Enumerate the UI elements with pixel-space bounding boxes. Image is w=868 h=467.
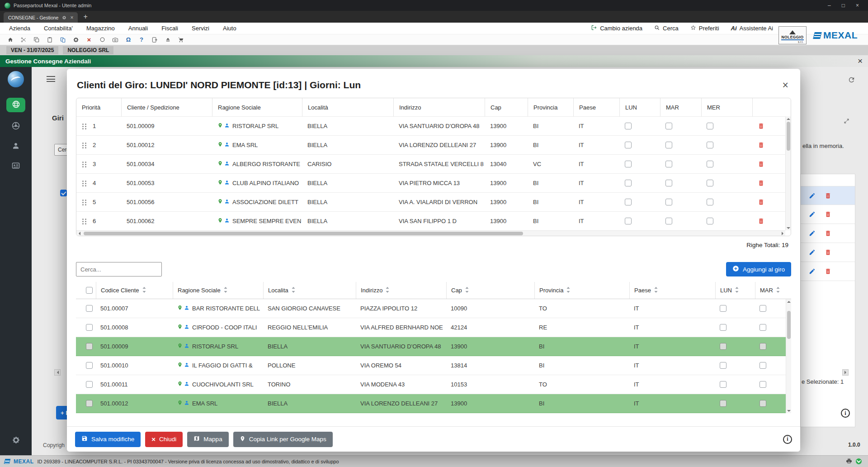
- location-pin-icon[interactable]: [177, 381, 183, 388]
- person-icon[interactable]: [224, 180, 230, 186]
- menu-contabilita[interactable]: Contabilita': [44, 25, 73, 32]
- assigned-table-row[interactable]: 2 501.00012 EMA SRL BIELLA VIA LORENZO D…: [76, 135, 791, 154]
- mar-checkbox[interactable]: [760, 305, 766, 312]
- row-select-checkbox[interactable]: [86, 381, 93, 388]
- person-icon[interactable]: [184, 343, 189, 350]
- trash-icon[interactable]: [825, 268, 831, 275]
- mar-checkbox[interactable]: [665, 180, 672, 186]
- person-icon[interactable]: [224, 142, 230, 148]
- row-select-checkbox[interactable]: [86, 400, 93, 407]
- mer-checkbox[interactable]: [707, 199, 713, 205]
- drag-handle-icon[interactable]: [82, 142, 87, 148]
- drag-handle-icon[interactable]: [82, 161, 87, 167]
- trash-icon[interactable]: [825, 249, 831, 256]
- assigned-table-row[interactable]: 6 501.00062 SEMPRE SEMPRE EVEN BIELLA VI…: [76, 211, 791, 230]
- lun-checkbox[interactable]: [625, 161, 632, 167]
- mer-checkbox[interactable]: [707, 123, 713, 129]
- assistente-ai-button[interactable]: Ai Assistente Ai: [731, 25, 773, 32]
- toolbar-eject-icon[interactable]: [164, 36, 172, 44]
- mappa-button[interactable]: Mappa: [187, 432, 228, 447]
- person-icon[interactable]: [184, 305, 189, 312]
- location-pin-icon[interactable]: [217, 199, 223, 205]
- assigned-table-row[interactable]: 5 501.00056 ASSOCIAZIONE DILETT BIELLA V…: [76, 192, 791, 211]
- trash-icon[interactable]: [825, 192, 831, 199]
- remove-from-giro-trash-icon[interactable]: [758, 123, 764, 129]
- toolbar-cart-icon[interactable]: [177, 36, 185, 44]
- chiudi-button[interactable]: × Chiudi: [145, 432, 183, 447]
- toolbar-cut-icon[interactable]: [19, 36, 28, 44]
- location-pin-icon[interactable]: [217, 180, 223, 186]
- assigned-table-row[interactable]: 1 501.00009 RISTORALP SRL BIELLA VIA SAN…: [76, 116, 791, 135]
- drag-handle-icon[interactable]: [82, 218, 87, 224]
- drag-handle-icon[interactable]: [82, 199, 87, 205]
- edit-pencil-icon[interactable]: [809, 211, 816, 218]
- assigned-table-hscrollbar[interactable]: [76, 230, 785, 236]
- toolbar-export-icon[interactable]: [151, 36, 159, 44]
- aggiungi-al-giro-button[interactable]: Aggiungi al giro: [726, 262, 791, 276]
- col-ragione-sociale[interactable]: Ragione Sociale: [173, 282, 263, 299]
- lun-checkbox[interactable]: [625, 123, 632, 129]
- col-codice-cliente[interactable]: Codice Cliente: [96, 282, 173, 299]
- tab-gear-icon[interactable]: [62, 14, 66, 22]
- remove-from-giro-trash-icon[interactable]: [758, 199, 764, 205]
- select-all-checkbox[interactable]: [86, 287, 93, 294]
- tab-close-icon[interactable]: ×: [70, 14, 73, 21]
- available-table-row[interactable]: 501.00012 EMA SRL BIELLA VIA LORENZO DEL…: [76, 394, 791, 413]
- edit-pencil-icon[interactable]: [809, 268, 816, 275]
- location-pin-icon[interactable]: [177, 343, 183, 350]
- lun-checkbox[interactable]: [625, 218, 632, 224]
- maximize-button[interactable]: □: [842, 3, 845, 8]
- location-pin-icon[interactable]: [177, 362, 183, 369]
- sidebar-settings[interactable]: [6, 434, 25, 448]
- location-pin-icon[interactable]: [217, 142, 223, 148]
- available-table-row[interactable]: 501.00010 IL FAGGIO DI GATTI & POLLONE V…: [76, 356, 791, 375]
- lun-checkbox[interactable]: [720, 381, 726, 388]
- trash-icon[interactable]: [825, 211, 831, 218]
- lun-checkbox[interactable]: [625, 199, 632, 205]
- lun-checkbox[interactable]: [720, 362, 726, 369]
- menu-azienda[interactable]: Azienda: [9, 25, 30, 32]
- expand-icon[interactable]: [843, 118, 850, 126]
- toolbar-delete-icon[interactable]: ×: [85, 36, 93, 44]
- col-localita[interactable]: Localita: [263, 282, 356, 299]
- location-pin-icon[interactable]: [177, 305, 183, 312]
- available-table-row[interactable]: 501.00008 CIRFOOD - COOP ITALI REGGIO NE…: [76, 318, 791, 337]
- mar-checkbox[interactable]: [760, 324, 766, 331]
- available-table-row[interactable]: 501.00011 CUOCHIVOLANTI SRL TORINO VIA M…: [76, 375, 791, 394]
- lun-checkbox[interactable]: [720, 343, 726, 350]
- sidebar-item-giri[interactable]: [6, 98, 25, 112]
- menu-magazzino[interactable]: Magazzino: [86, 25, 115, 32]
- edit-pencil-icon[interactable]: [809, 230, 816, 237]
- menu-aiuto[interactable]: Aiuto: [223, 25, 236, 32]
- drag-handle-icon[interactable]: [82, 180, 87, 186]
- person-icon[interactable]: [184, 400, 189, 407]
- tab-consegne-gestione[interactable]: CONSEGNE - Gestione ×: [4, 12, 78, 23]
- toolbar-record-icon[interactable]: [98, 36, 106, 44]
- hscroll-right-button[interactable]: [842, 369, 849, 376]
- col-indirizzo[interactable]: Indirizzo: [356, 282, 446, 299]
- col-provincia[interactable]: Provincia: [534, 282, 629, 299]
- lun-checkbox[interactable]: [720, 400, 726, 407]
- toolbar-camera-icon[interactable]: [111, 36, 119, 44]
- hamburger-menu-icon[interactable]: [47, 76, 55, 82]
- lun-checkbox[interactable]: [625, 142, 632, 148]
- menu-servizi[interactable]: Servizi: [192, 25, 209, 32]
- modal-close-icon[interactable]: ×: [783, 80, 788, 91]
- mar-checkbox[interactable]: [665, 199, 672, 205]
- location-pin-icon[interactable]: [177, 400, 183, 407]
- mer-checkbox[interactable]: [707, 161, 713, 167]
- available-table-row[interactable]: 501.00009 RISTORALP SRL BIELLA VIA SANTU…: [76, 337, 791, 356]
- remove-from-giro-trash-icon[interactable]: [758, 218, 764, 224]
- remove-from-giro-trash-icon[interactable]: [758, 142, 764, 148]
- menu-fiscali[interactable]: Fiscali: [161, 25, 178, 32]
- lun-checkbox[interactable]: [625, 180, 632, 186]
- toolbar-help-icon[interactable]: ?: [137, 36, 146, 44]
- mar-checkbox[interactable]: [760, 362, 766, 369]
- toolbar-copy-icon[interactable]: [33, 36, 41, 44]
- info-icon[interactable]: i: [783, 435, 792, 444]
- edit-pencil-icon[interactable]: [809, 249, 816, 256]
- mar-checkbox[interactable]: [665, 142, 672, 148]
- mar-checkbox[interactable]: [665, 218, 672, 224]
- person-icon[interactable]: [184, 362, 189, 369]
- trash-icon[interactable]: [825, 230, 831, 237]
